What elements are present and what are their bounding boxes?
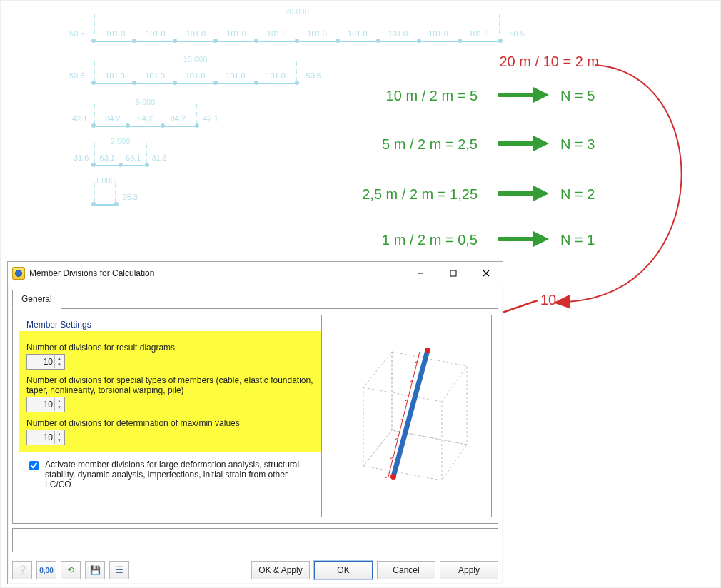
eq-left-3: 2,5 m / 2 m = 1,25 xyxy=(362,186,478,203)
svg-marker-5 xyxy=(363,352,392,466)
ok-button[interactable]: OK xyxy=(314,561,373,579)
segment-5m: 5.000 42.1 84.2 84.2 84.2 42.1 xyxy=(94,104,197,133)
app-icon xyxy=(12,267,25,280)
svg-line-18 xyxy=(393,350,428,477)
help-icon: ❔ xyxy=(17,565,28,575)
segment-10m: 10.000 50.5 101.0 101.0 101.0 101.0 101.… xyxy=(94,61,297,90)
list-button[interactable]: ☰ xyxy=(109,561,129,579)
refresh-button[interactable]: ⟲ xyxy=(61,561,81,579)
svg-line-10 xyxy=(388,352,420,477)
apply-button[interactable]: Apply xyxy=(440,561,498,579)
arrow-icon xyxy=(498,86,549,103)
field-label-1: Number of divisions for result diagrams xyxy=(26,343,314,353)
svg-marker-4 xyxy=(363,430,467,480)
settings-panel: Member Settings Number of divisions for … xyxy=(19,315,322,517)
units-button[interactable]: 0,00 xyxy=(36,561,56,579)
eq-left-4: 1 m / 2 m = 0,5 xyxy=(382,232,478,248)
segment-1m: 1.000 25.3 xyxy=(94,183,116,211)
segment-2-5m: 2.500 31.6 63.1 63.1 31.6 xyxy=(94,143,147,172)
eq-right-3: N = 2 xyxy=(560,186,595,203)
segment-length: 1.000 xyxy=(83,176,127,185)
preview-3d xyxy=(328,315,492,517)
close-button[interactable] xyxy=(470,262,503,285)
group-title: Member Settings xyxy=(19,315,321,331)
minimize-button[interactable] xyxy=(404,262,437,285)
segment-length: 10.000 xyxy=(94,55,297,64)
svg-line-11 xyxy=(385,477,388,478)
activate-divisions-checkbox[interactable]: Activate member divisions for large defo… xyxy=(19,452,321,497)
member-divisions-dialog: Member Divisions for Calculation General… xyxy=(7,261,503,584)
svg-line-17 xyxy=(415,361,418,363)
units-icon: 0,00 xyxy=(39,567,53,574)
divisions-maxmin-spin[interactable]: 10 ▲▼ xyxy=(26,430,65,445)
list-icon: ☰ xyxy=(116,565,123,575)
divisions-result-diagrams-spin[interactable]: 10 ▲▼ xyxy=(26,354,65,370)
field-label-2: Number of divisions for special types of… xyxy=(26,375,314,395)
svg-point-20 xyxy=(425,348,430,353)
checkbox-label: Activate member divisions for large defo… xyxy=(45,460,314,490)
save-icon: 💾 xyxy=(90,565,101,575)
help-button[interactable]: ❔ xyxy=(12,561,32,579)
maximize-button[interactable] xyxy=(437,262,470,285)
svg-rect-1 xyxy=(450,270,456,276)
titlebar[interactable]: Member Divisions for Calculation xyxy=(8,262,503,285)
svg-line-16 xyxy=(410,380,413,382)
divisions-special-members-spin[interactable]: 10 ▲▼ xyxy=(26,397,65,412)
arrow-icon xyxy=(498,185,549,202)
segment-20m: 20.000 50.5 101.0 101.0 101.0 101.0 101.… xyxy=(94,14,500,42)
save-tool-button[interactable]: 💾 xyxy=(85,561,105,579)
ten-label: 10 xyxy=(540,292,556,308)
segment-length: 2.500 xyxy=(94,137,147,146)
svg-line-8 xyxy=(363,387,442,402)
svg-marker-6 xyxy=(392,352,467,445)
info-bar xyxy=(12,528,498,552)
cancel-button[interactable]: Cancel xyxy=(377,561,435,579)
eq-right-4: N = 1 xyxy=(560,232,595,248)
arrow-icon xyxy=(498,135,549,152)
refresh-icon: ⟲ xyxy=(67,565,74,575)
tab-general[interactable]: General xyxy=(12,290,61,309)
eq-right-1: N = 5 xyxy=(560,88,595,104)
svg-line-9 xyxy=(442,366,467,402)
arrow-icon xyxy=(498,230,549,248)
highlighted-settings: Number of divisions for result diagrams … xyxy=(19,331,321,452)
eq-right-2: N = 3 xyxy=(560,136,595,153)
red-equation: 20 m / 10 = 2 m xyxy=(499,54,599,70)
svg-point-19 xyxy=(390,474,396,480)
segment-length: 20.000 xyxy=(94,7,500,16)
eq-left-1: 10 m / 2 m = 5 xyxy=(386,88,478,104)
activate-divisions-input[interactable] xyxy=(29,461,39,470)
segment-length: 5.000 xyxy=(94,98,197,106)
eq-left-2: 5 m / 2 m = 2,5 xyxy=(382,136,478,153)
ok-apply-button[interactable]: OK & Apply xyxy=(251,561,310,579)
dialog-title: Member Divisions for Calculation xyxy=(29,268,154,278)
field-label-3: Number of divisions for determination of… xyxy=(26,418,314,428)
